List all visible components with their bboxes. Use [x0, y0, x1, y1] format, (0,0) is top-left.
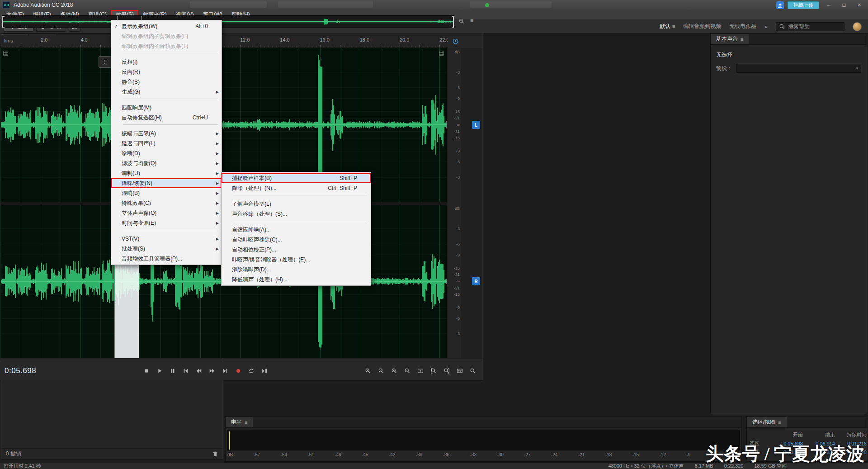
- zoom-out-time-button[interactable]: [375, 365, 387, 376]
- account-avatar[interactable]: [853, 22, 862, 31]
- effects-menu-item[interactable]: ✓ 反向(R) ▶: [111, 67, 222, 77]
- help-search-box[interactable]: [776, 22, 844, 31]
- status-left-text: 打开用时 2.41 秒: [4, 463, 41, 469]
- effects-menu-item[interactable]: ✓ 静音(S) ▶: [111, 77, 222, 87]
- submenu-item[interactable]: ✓ ▶: [222, 221, 371, 225]
- minimize-button[interactable]: ─: [823, 2, 835, 8]
- panel-menu-icon[interactable]: ≡: [741, 37, 743, 42]
- level-scale-label: -27: [524, 452, 530, 457]
- loop-playback-button[interactable]: [245, 365, 257, 376]
- effects-menu-item[interactable]: ✓ ▶: [111, 53, 222, 57]
- channel-options-icon[interactable]: [439, 50, 444, 56]
- effects-menu-item[interactable]: ✓ 立体声声像(O) ▶: [111, 208, 222, 218]
- zoom-selection-out-point-button[interactable]: [440, 365, 453, 376]
- watermark-text: 头条号 / 宁夏龙凌波: [706, 441, 864, 466]
- effects-menu-item[interactable]: ✓ 特殊效果(C) ▶: [111, 198, 222, 208]
- effects-menu-item[interactable]: ✓ 调制(U) ▶: [111, 168, 222, 178]
- effects-menu-item[interactable]: ✓ 时间与变调(E) ▶: [111, 218, 222, 228]
- submenu-item[interactable]: ✓ ▶: [222, 195, 371, 199]
- overview-right-handle[interactable]: [452, 16, 454, 28]
- skip-selection-button[interactable]: [258, 365, 270, 376]
- search-input[interactable]: [788, 24, 841, 30]
- workspace-menu-icon[interactable]: ≡: [672, 24, 675, 29]
- right-channel-badge[interactable]: R: [472, 277, 480, 285]
- zoom-reset-button[interactable]: [467, 365, 479, 376]
- record-button[interactable]: [232, 365, 244, 376]
- levels-tab[interactable]: 电平≡: [226, 417, 253, 427]
- submenu-item[interactable]: ✓ 自动相位校正(P)... ▶: [222, 245, 371, 255]
- stop-button[interactable]: [140, 365, 152, 376]
- time-display[interactable]: 0:05.698: [5, 366, 36, 375]
- overview-menu-icon[interactable]: ≡: [470, 17, 474, 24]
- db-scale: dB-3-3-6-6-9-9-15-15-21-21∞dB-3-3-6-6-9-…: [448, 48, 461, 358]
- effects-menu-item[interactable]: ✓ 反相(I) ▶: [111, 57, 222, 67]
- panel-menu-icon[interactable]: ≡: [778, 420, 781, 425]
- left-channel-badge[interactable]: L: [472, 121, 480, 129]
- undo-count: 0 撤销: [6, 450, 21, 458]
- submenu-item[interactable]: ✓ 降低嘶声（处理）(H)... ▶: [222, 275, 371, 284]
- maximize-button[interactable]: □: [838, 2, 850, 8]
- effects-menu-item[interactable]: ✓ 诊断(D) ▶: [111, 148, 222, 158]
- effects-menu-item[interactable]: ✓ 编辑效果组内的音轨效果(T) ▶: [111, 41, 222, 51]
- overview-zoom-icon[interactable]: [458, 18, 465, 24]
- workspace-item[interactable]: 无线电作品: [729, 23, 756, 30]
- submenu-item[interactable]: ✓ 自适应降噪(A)... ▶: [222, 225, 371, 235]
- skip-to-start-button[interactable]: [179, 365, 192, 376]
- submenu-item[interactable]: ✓ 消除嗡嗡声(D)... ▶: [222, 265, 371, 275]
- workspace-overflow-button[interactable]: »: [764, 24, 768, 30]
- pause-button[interactable]: [166, 365, 179, 376]
- workspace-default-button[interactable]: 默认: [660, 23, 670, 29]
- channel-options-icon[interactable]: [3, 50, 9, 56]
- titlebar: Au Adobe Audition CC 2018 拖拽上传 ─ □ ×: [0, 0, 868, 10]
- essential-preset-select[interactable]: ▾: [736, 64, 861, 73]
- level-scale-label: -54: [281, 452, 287, 457]
- clear-history-icon[interactable]: [212, 451, 218, 457]
- effects-menu-item[interactable]: ✓ ▶: [111, 99, 222, 103]
- effects-menu-item[interactable]: ✓ 降噪/恢复(N) ▶: [111, 178, 222, 188]
- effects-menu-item[interactable]: ✓ VST(V) ▶: [111, 234, 222, 244]
- submenu-item[interactable]: ✓ 咔嗒声/爆音消除器（处理）(E)... ▶: [222, 255, 371, 265]
- submenu-item[interactable]: ✓ 了解声音模型(L) ▶: [222, 199, 371, 209]
- selection-view-tab[interactable]: 选区/视图≡: [747, 417, 787, 427]
- effects-menu-item[interactable]: ✓ ▶: [111, 124, 222, 128]
- zoom-out-amplitude-button[interactable]: [401, 365, 413, 376]
- effects-menu-item[interactable]: ✓ 匹配响度(M) ▶: [111, 103, 222, 113]
- hud-grip-icon[interactable]: [103, 59, 108, 65]
- submenu-item[interactable]: ✓ 降噪（处理）(N)... Ctrl+Shift+P ▶: [222, 183, 371, 193]
- timeline-ruler[interactable]: hms 2.04.06.08.010.012.014.016.018.020.0…: [1, 35, 448, 48]
- fast-forward-button[interactable]: [206, 365, 218, 376]
- effects-menu-item[interactable]: ✓ 延迟与回声(L) ▶: [111, 138, 222, 148]
- effects-menu-item[interactable]: ✓ 自动修复选区(H) Ctrl+U ▶: [111, 113, 222, 123]
- effects-menu-item[interactable]: ✓ 显示效果组(W) Alt+0 ▶: [111, 21, 222, 31]
- level-scale-label: -21: [578, 452, 585, 457]
- skip-to-end-button[interactable]: [219, 365, 231, 376]
- zoom-in-amplitude-button[interactable]: [388, 365, 400, 376]
- effects-menu-item[interactable]: ✓ 振幅与压限(A) ▶: [111, 128, 222, 138]
- close-button[interactable]: ×: [854, 2, 865, 8]
- overview-navigator[interactable]: [2, 15, 454, 28]
- submenu-item[interactable]: ✓ 捕捉噪声样本(B) Shift+P ▶: [222, 173, 371, 183]
- zoom-in-time-button[interactable]: [362, 365, 374, 376]
- drag-upload-button[interactable]: 拖拽上传: [788, 1, 819, 9]
- panel-menu-icon[interactable]: ≡: [245, 420, 247, 425]
- ruler-time-label: 20.0: [400, 37, 439, 43]
- zoom-selection-in-point-button[interactable]: [427, 365, 439, 376]
- effects-menu-item[interactable]: ✓ 编辑效果组内的剪辑效果(F) ▶: [111, 31, 222, 41]
- overview-left-handle[interactable]: [2, 16, 5, 28]
- upload-icon[interactable]: [776, 1, 784, 9]
- play-button[interactable]: [153, 365, 165, 376]
- effects-menu-item[interactable]: ✓ ▶: [111, 230, 222, 234]
- effects-menu-item[interactable]: ✓ 混响(B) ▶: [111, 188, 222, 198]
- rewind-button[interactable]: [193, 365, 205, 376]
- submenu-item[interactable]: ✓ 自动咔嗒声移除(C)... ▶: [222, 235, 371, 245]
- zoom-to-selection-button[interactable]: [414, 365, 426, 376]
- essential-sound-tab[interactable]: 基本声音≡: [711, 34, 749, 44]
- effects-menu-item[interactable]: ✓ 滤波与均衡(Q) ▶: [111, 158, 222, 168]
- workspace-item[interactable]: 编辑音频到视频: [683, 23, 721, 30]
- zoom-full-button[interactable]: [453, 365, 466, 376]
- submenu-item[interactable]: ✓ 声音移除（处理）(S)... ▶: [222, 209, 371, 219]
- timeline-clock-icon[interactable]: [452, 38, 459, 45]
- effects-menu-item[interactable]: ✓ 音频增效工具管理器(P)... ▶: [111, 254, 222, 264]
- effects-menu-item[interactable]: ✓ 生成(G) ▶: [111, 87, 222, 97]
- effects-menu-item[interactable]: ✓ 批处理(S) ▶: [111, 244, 222, 254]
